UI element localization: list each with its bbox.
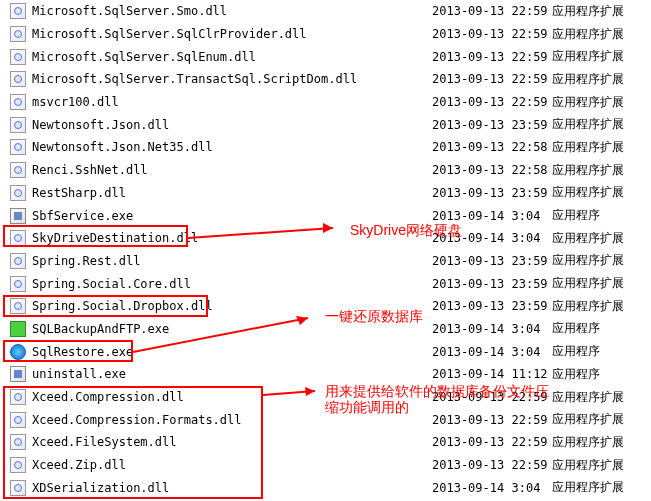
file-row[interactable]: Microsoft.SqlServer.Smo.dll2013-09-13 22… <box>0 0 651 23</box>
file-type: 应用程序扩展 <box>552 94 624 111</box>
file-row[interactable]: XDSerialization.dll2013-09-14 3:04应用程序扩展 <box>0 476 651 499</box>
file-row[interactable]: Spring.Rest.dll2013-09-13 23:59应用程序扩展 <box>0 250 651 273</box>
dll-icon <box>10 139 26 155</box>
file-type: 应用程序 <box>552 343 600 360</box>
file-date: 2013-09-13 22:58 <box>432 140 552 154</box>
dll-icon <box>10 26 26 42</box>
exe-icon <box>10 208 26 224</box>
dll-icon <box>10 434 26 450</box>
file-type: 应用程序 <box>552 320 600 337</box>
file-date: 2013-09-13 22:59 <box>432 413 552 427</box>
file-row[interactable]: SbfService.exe2013-09-14 3:04应用程序 <box>0 204 651 227</box>
file-name: Microsoft.SqlServer.SqlEnum.dll <box>32 50 432 64</box>
file-row[interactable]: Microsoft.SqlServer.TransactSql.ScriptDo… <box>0 68 651 91</box>
file-row[interactable]: Microsoft.SqlServer.SqlClrProvider.dll20… <box>0 23 651 46</box>
file-row[interactable]: Newtonsoft.Json.dll2013-09-13 23:59应用程序扩… <box>0 113 651 136</box>
file-type: 应用程序扩展 <box>552 230 624 247</box>
file-name: Microsoft.SqlServer.TransactSql.ScriptDo… <box>32 72 432 86</box>
file-date: 2013-09-13 22:58 <box>432 163 552 177</box>
file-row[interactable]: Xceed.FileSystem.dll2013-09-13 22:59应用程序… <box>0 431 651 454</box>
dll-icon <box>10 230 26 246</box>
file-date: 2013-09-13 22:59 <box>432 72 552 86</box>
file-date: 2013-09-13 23:59 <box>432 277 552 291</box>
file-date: 2013-09-13 22:59 <box>432 50 552 64</box>
dll-icon <box>10 49 26 65</box>
file-type: 应用程序扩展 <box>552 71 624 88</box>
dll-icon <box>10 185 26 201</box>
file-row[interactable]: SkyDriveDestination.dll2013-09-14 3:04应用… <box>0 227 651 250</box>
file-date: 2013-09-14 3:04 <box>432 345 552 359</box>
file-name: Newtonsoft.Json.dll <box>32 118 432 132</box>
dll-icon <box>10 480 26 496</box>
file-date: 2013-09-13 23:59 <box>432 118 552 132</box>
file-row[interactable]: RestSharp.dll2013-09-13 23:59应用程序扩展 <box>0 182 651 205</box>
file-type: 应用程序 <box>552 207 600 224</box>
file-name: Microsoft.SqlServer.SqlClrProvider.dll <box>32 27 432 41</box>
file-date: 2013-09-13 22:59 <box>432 458 552 472</box>
file-name: uninstall.exe <box>32 367 432 381</box>
file-name: SQLBackupAndFTP.exe <box>32 322 432 336</box>
file-name: XDSerialization.dll <box>32 481 432 495</box>
file-row[interactable]: Renci.SshNet.dll2013-09-13 22:58应用程序扩展 <box>0 159 651 182</box>
file-name: msvcr100.dll <box>32 95 432 109</box>
file-row[interactable]: Microsoft.SqlServer.SqlEnum.dll2013-09-1… <box>0 45 651 68</box>
file-row[interactable]: Newtonsoft.Json.Net35.dll2013-09-13 22:5… <box>0 136 651 159</box>
file-type: 应用程序扩展 <box>552 26 624 43</box>
file-list: Microsoft.SqlServer.Smo.dll2013-09-13 22… <box>0 0 651 499</box>
file-name: SkyDriveDestination.dll <box>32 231 432 245</box>
file-type: 应用程序扩展 <box>552 116 624 133</box>
file-date: 2013-09-14 3:04 <box>432 209 552 223</box>
file-type: 应用程序扩展 <box>552 252 624 269</box>
file-date: 2013-09-13 23:59 <box>432 186 552 200</box>
file-type: 应用程序扩展 <box>552 3 624 20</box>
file-name: Newtonsoft.Json.Net35.dll <box>32 140 432 154</box>
file-name: Renci.SshNet.dll <box>32 163 432 177</box>
file-row[interactable]: Spring.Social.Dropbox.dll2013-09-13 23:5… <box>0 295 651 318</box>
dll-icon <box>10 412 26 428</box>
file-name: Xceed.Compression.Formats.dll <box>32 413 432 427</box>
file-type: 应用程序扩展 <box>552 48 624 65</box>
dll-icon <box>10 276 26 292</box>
file-row[interactable]: Xceed.Zip.dll2013-09-13 22:59应用程序扩展 <box>0 454 651 477</box>
file-row[interactable]: SqlRestore.exe2013-09-14 3:04应用程序 <box>0 340 651 363</box>
dll-icon <box>10 71 26 87</box>
exe-blue-icon <box>10 344 26 360</box>
dll-icon <box>10 117 26 133</box>
file-date: 2013-09-13 22:59 <box>432 95 552 109</box>
file-type: 应用程序扩展 <box>552 275 624 292</box>
file-type: 应用程序扩展 <box>552 479 624 496</box>
file-row[interactable]: Spring.Social.Core.dll2013-09-13 23:59应用… <box>0 272 651 295</box>
file-date: 2013-09-14 3:04 <box>432 231 552 245</box>
file-name: Spring.Social.Dropbox.dll <box>32 299 432 313</box>
file-date: 2013-09-13 23:59 <box>432 254 552 268</box>
file-type: 应用程序扩展 <box>552 389 624 406</box>
exe-icon <box>10 366 26 382</box>
file-type: 应用程序扩展 <box>552 411 624 428</box>
file-date: 2013-09-13 22:59 <box>432 435 552 449</box>
file-row[interactable]: Xceed.Compression.dll2013-09-13 22:59应用程… <box>0 386 651 409</box>
file-row[interactable]: uninstall.exe2013-09-14 11:12应用程序 <box>0 363 651 386</box>
file-name: Xceed.FileSystem.dll <box>32 435 432 449</box>
dll-icon <box>10 298 26 314</box>
file-row[interactable]: Xceed.Compression.Formats.dll2013-09-13 … <box>0 408 651 431</box>
file-name: Xceed.Zip.dll <box>32 458 432 472</box>
dll-icon <box>10 94 26 110</box>
file-date: 2013-09-13 22:59 <box>432 4 552 18</box>
file-date: 2013-09-14 11:12 <box>432 367 552 381</box>
dll-icon <box>10 3 26 19</box>
file-type: 应用程序 <box>552 366 600 383</box>
file-name: Microsoft.SqlServer.Smo.dll <box>32 4 432 18</box>
dll-icon <box>10 162 26 178</box>
exe-green-icon <box>10 321 26 337</box>
file-type: 应用程序扩展 <box>552 457 624 474</box>
dll-icon <box>10 389 26 405</box>
dll-icon <box>10 253 26 269</box>
file-row[interactable]: msvcr100.dll2013-09-13 22:59应用程序扩展 <box>0 91 651 114</box>
file-name: SqlRestore.exe <box>32 345 432 359</box>
file-row[interactable]: SQLBackupAndFTP.exe2013-09-14 3:04应用程序 <box>0 318 651 341</box>
file-type: 应用程序扩展 <box>552 434 624 451</box>
file-type: 应用程序扩展 <box>552 139 624 156</box>
file-name: Spring.Rest.dll <box>32 254 432 268</box>
dll-icon <box>10 457 26 473</box>
file-name: RestSharp.dll <box>32 186 432 200</box>
